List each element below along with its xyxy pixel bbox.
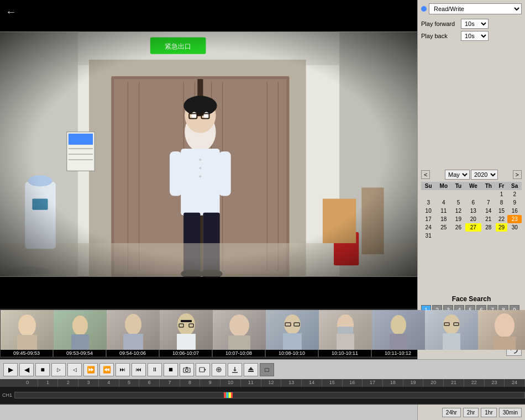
play-forward-label: Play forward <box>421 20 461 27</box>
snapshot-button[interactable] <box>180 363 194 376</box>
stop-button[interactable]: ■ <box>35 363 50 376</box>
cal-day[interactable] <box>481 190 495 198</box>
cal-day[interactable]: 20 <box>465 215 482 223</box>
cal-day[interactable] <box>465 232 482 240</box>
cal-day[interactable] <box>465 190 482 198</box>
cal-day[interactable]: 11 <box>435 207 452 215</box>
cal-day[interactable] <box>452 232 465 240</box>
cal-day[interactable]: 7 <box>481 198 495 207</box>
sync-button[interactable] <box>212 363 226 376</box>
cal-day[interactable]: 1 <box>496 190 508 198</box>
thumb-0954[interactable]: 09:54-10:06 <box>106 309 159 358</box>
thumb-label-1: 09:53-09:54 <box>54 350 106 356</box>
download-icon <box>231 366 239 373</box>
time-24hr-button[interactable]: 24hr <box>442 408 461 417</box>
record-button[interactable]: ⏹ <box>164 363 178 376</box>
cal-day[interactable]: 16 <box>507 207 522 215</box>
thumb-1008[interactable]: 10:08-10:10 <box>265 309 318 358</box>
cal-day[interactable]: 17 <box>421 215 435 223</box>
thumb-label-4: 10:07-10:08 <box>213 350 265 356</box>
face-search-title: Face Search <box>421 295 522 303</box>
cal-next-btn[interactable]: > <box>513 170 522 179</box>
cal-day[interactable] <box>421 190 435 198</box>
cal-day[interactable]: 13 <box>465 207 482 215</box>
pause-button[interactable]: ⏸ <box>148 363 162 376</box>
fullscreen-button[interactable]: □ <box>260 363 274 376</box>
svg-point-64 <box>229 314 249 337</box>
cal-day[interactable] <box>435 190 452 198</box>
eject-icon <box>247 366 255 373</box>
tl-hour-9: 9 <box>200 379 221 387</box>
play-button[interactable]: ▶ <box>3 363 18 376</box>
tl-hour-0: 0 <box>18 379 38 387</box>
play-back-select[interactable]: 10s1s5s30s <box>461 31 489 41</box>
thumb-1006[interactable]: 10:06-10:07 <box>159 309 212 358</box>
cal-day[interactable]: 5 <box>452 198 465 207</box>
svg-rect-103 <box>200 368 204 372</box>
cal-day[interactable]: 14 <box>481 207 495 215</box>
cal-day[interactable]: 10 <box>421 207 435 215</box>
download-button[interactable] <box>228 363 242 376</box>
cal-day[interactable]: 28 <box>481 223 495 232</box>
cal-day[interactable]: 31 <box>421 232 435 240</box>
slow-forward-button[interactable]: ▷ <box>51 363 66 376</box>
time-30min-button[interactable]: 30min <box>499 408 522 417</box>
svg-point-79 <box>495 313 514 338</box>
fast-forward-button[interactable]: ⏩ <box>83 363 98 376</box>
thumb-0945[interactable]: 09:45-09:53 <box>0 309 53 358</box>
cal-day[interactable]: 23 <box>507 215 522 223</box>
rw-dropdown[interactable]: Read/Write Read Only Write Only <box>429 3 522 14</box>
cal-day[interactable]: 4 <box>435 198 452 207</box>
cal-day[interactable]: 12 <box>452 207 465 215</box>
cal-day[interactable] <box>452 190 465 198</box>
cal-day[interactable]: 3 <box>421 198 435 207</box>
cal-day[interactable]: 15 <box>496 207 508 215</box>
cal-day[interactable] <box>496 232 508 240</box>
cal-day[interactable]: 29 <box>496 223 508 232</box>
svg-point-75 <box>443 314 460 334</box>
cal-day[interactable]: 8 <box>496 198 508 207</box>
slow-reverse-button[interactable]: ◁ <box>67 363 82 376</box>
cal-day[interactable]: 25 <box>435 223 452 232</box>
svg-rect-65 <box>228 335 250 350</box>
cal-day[interactable] <box>507 232 522 240</box>
next-frame-button[interactable]: ⏭ <box>116 363 130 376</box>
cal-day[interactable]: 9 <box>507 198 522 207</box>
camera-icon <box>183 366 191 373</box>
cal-day[interactable]: 22 <box>496 215 508 223</box>
prev-frame-button[interactable]: ⏮ <box>132 363 146 376</box>
cal-month-select[interactable]: JanFebMarApr MayJunJulAug SepOctNovDec <box>445 170 470 180</box>
cal-day[interactable]: 30 <box>507 223 522 232</box>
tl-hour-13: 13 <box>281 379 302 387</box>
time-2hr-button[interactable]: 2hr <box>463 408 479 417</box>
svg-rect-58 <box>123 334 143 350</box>
play-forward-select[interactable]: 10s1s5s30s <box>461 19 489 29</box>
eject-button[interactable] <box>244 363 258 376</box>
tl-hour-7: 7 <box>160 379 180 387</box>
thumb-1007[interactable]: 10:07-10:08 <box>212 309 265 358</box>
cal-day[interactable]: 24 <box>421 223 435 232</box>
timeline-track[interactable] <box>14 392 525 398</box>
reverse-button[interactable]: ◀ <box>19 363 34 376</box>
cal-prev-btn[interactable]: < <box>421 170 430 179</box>
tl-hour-11: 11 <box>241 379 261 387</box>
svg-rect-52 <box>0 32 417 277</box>
thumb-0953[interactable]: 09:53-09:54 <box>53 309 106 358</box>
cal-day[interactable]: 19 <box>452 215 465 223</box>
video-clip-button[interactable] <box>196 363 210 376</box>
thumb-1010[interactable]: 10:10-10:11 <box>318 309 371 358</box>
cal-year-select[interactable]: 201920202021 <box>471 170 498 180</box>
cal-day[interactable] <box>481 232 495 240</box>
svg-point-59 <box>177 313 195 335</box>
cal-day[interactable]: 2 <box>507 190 522 198</box>
thumb-1011[interactable]: 10:11-10:12 <box>371 309 424 358</box>
cal-day[interactable]: 21 <box>481 215 495 223</box>
cal-day[interactable]: 18 <box>435 215 452 223</box>
cal-day[interactable]: 27 <box>465 223 482 232</box>
back-arrow[interactable]: ← <box>6 6 17 18</box>
cal-day[interactable]: 26 <box>452 223 465 232</box>
time-1hr-button[interactable]: 1hr <box>481 408 496 417</box>
cal-day[interactable]: 6 <box>465 198 482 207</box>
fast-reverse-button[interactable]: ⏪ <box>99 363 114 376</box>
cal-day[interactable] <box>435 232 452 240</box>
